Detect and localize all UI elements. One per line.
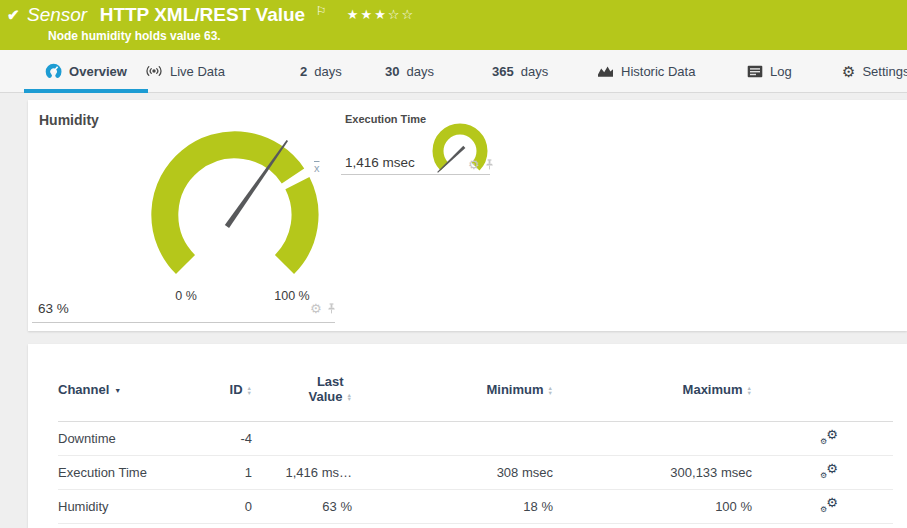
tab-log[interactable]: Log xyxy=(747,50,792,92)
execution-time-block-controls: ⚙ xyxy=(468,158,494,171)
channel-last-value: 1,416 ms… xyxy=(252,465,352,480)
table-row-humidity: Humidity 0 63 % 18 % 100 % ⚙⚙ xyxy=(58,490,893,524)
gauge-icon xyxy=(45,63,62,79)
tab-settings-label: Settings xyxy=(862,64,907,79)
average-marker: x xyxy=(314,162,320,174)
tab-2-days[interactable]: 2 days xyxy=(300,50,342,92)
humidity-gauge-arc xyxy=(165,145,293,265)
tab-log-label: Log xyxy=(770,64,792,79)
channel-id: -4 xyxy=(198,431,252,446)
execution-time-gauge-title: Execution Time xyxy=(345,113,426,125)
channel-maximum: 100 % xyxy=(553,499,752,514)
humidity-gauge xyxy=(135,119,335,299)
execution-time-pin-icon[interactable] xyxy=(485,159,494,170)
stars-empty[interactable]: ☆☆ xyxy=(388,7,415,22)
tab-30-days[interactable]: 30 days xyxy=(385,50,434,92)
channel-name[interactable]: Humidity xyxy=(58,499,198,514)
tab-live-data[interactable]: Live Data xyxy=(145,50,225,92)
tab-settings[interactable]: ⚙ Settings xyxy=(842,50,907,92)
sensor-title: HTTP XML/REST Value xyxy=(100,4,306,25)
log-icon xyxy=(747,65,763,78)
gauges-panel: Humidity x 0 % 100 % 63 % ⚙ Exec xyxy=(28,100,907,331)
table-row-downtime: Downtime -4 ⚙⚙ xyxy=(58,422,893,456)
tab-30-days-label: days xyxy=(406,64,433,79)
channels-table: Channel▼ ID▲▼ Last Value▲▼ Minimum▲▼ Max… xyxy=(28,344,907,524)
tab-overview-label: Overview xyxy=(69,64,127,79)
channel-settings-gears-icon[interactable]: ⚙⚙ xyxy=(820,463,838,479)
last-value-header-line1: Last xyxy=(317,375,344,390)
humidity-settings-gear-icon[interactable]: ⚙ xyxy=(310,302,322,315)
id-header-label: ID xyxy=(230,382,243,397)
sort-icon: ▲▼ xyxy=(747,386,752,395)
column-header-last-value[interactable]: Last Value▲▼ xyxy=(252,375,352,405)
channels-panel: Channel▼ ID▲▼ Last Value▲▼ Minimum▲▼ Max… xyxy=(28,344,907,528)
priority-stars[interactable]: ★★★☆☆ xyxy=(347,7,415,22)
tab-365-days-number: 365 xyxy=(492,64,514,79)
channel-settings-gears-icon[interactable]: ⚙⚙ xyxy=(820,497,838,513)
status-ok-check-icon: ✔ xyxy=(7,6,20,24)
maximum-header-label: Maximum xyxy=(683,382,743,397)
table-row-execution-time: Execution Time 1 1,416 ms… 308 msec 300,… xyxy=(58,456,893,490)
channel-last-value: 63 % xyxy=(252,499,352,514)
sensor-header: ✔ Sensor HTTP XML/REST Value ⚐ ★★★☆☆ Nod… xyxy=(0,0,907,50)
sensor-kind-label: Sensor xyxy=(27,4,87,25)
execution-time-settings-gear-icon[interactable]: ⚙ xyxy=(468,158,480,171)
tab-historic-data-label: Historic Data xyxy=(621,64,695,79)
channel-header-label: Channel xyxy=(58,382,109,397)
humidity-block-controls: ⚙ xyxy=(310,302,336,315)
broadcast-icon xyxy=(145,64,163,78)
flag-icon[interactable]: ⚐ xyxy=(316,4,327,18)
stars-filled[interactable]: ★★★ xyxy=(347,7,388,22)
sensor-status-message: Node humidity holds value 63. xyxy=(48,29,221,43)
tab-2-days-label: days xyxy=(314,64,341,79)
sort-desc-caret-icon: ▼ xyxy=(114,387,121,394)
channel-name[interactable]: Execution Time xyxy=(58,465,198,480)
column-header-channel[interactable]: Channel▼ xyxy=(58,382,198,397)
execution-time-current-value: 1,416 msec xyxy=(345,155,415,170)
channel-minimum: 18 % xyxy=(352,499,553,514)
column-header-minimum[interactable]: Minimum▲▼ xyxy=(352,382,553,397)
tab-overview[interactable]: Overview xyxy=(24,50,148,92)
last-value-header-line2: Value xyxy=(309,389,343,404)
prtg-sensor-page: ✔ Sensor HTTP XML/REST Value ⚐ ★★★☆☆ Nod… xyxy=(0,0,907,528)
channel-id: 0 xyxy=(198,499,252,514)
chart-icon xyxy=(597,64,614,78)
channel-maximum: 300,133 msec xyxy=(553,465,752,480)
tab-historic-data[interactable]: Historic Data xyxy=(597,50,695,92)
gear-icon: ⚙ xyxy=(842,64,855,79)
tab-30-days-number: 30 xyxy=(385,64,399,79)
active-tab-underline xyxy=(24,89,148,93)
execution-time-block-divider xyxy=(341,174,490,175)
humidity-gauge-arc-after-avg-notch xyxy=(285,183,306,264)
channel-name[interactable]: Downtime xyxy=(58,431,198,446)
humidity-gauge-title: Humidity xyxy=(39,112,99,128)
humidity-current-value: 63 % xyxy=(38,301,69,316)
tab-bar: Overview Live Data 2 days 30 days 365 da… xyxy=(0,50,907,93)
execution-time-gauge xyxy=(427,118,497,188)
channel-settings-gears-icon[interactable]: ⚙⚙ xyxy=(820,429,838,445)
column-header-maximum[interactable]: Maximum▲▼ xyxy=(553,382,752,397)
minimum-header-label: Minimum xyxy=(486,382,543,397)
tab-live-data-label: Live Data xyxy=(170,64,225,79)
column-header-id[interactable]: ID▲▼ xyxy=(198,382,252,397)
humidity-block-divider xyxy=(32,322,335,323)
channel-id: 1 xyxy=(198,465,252,480)
channel-minimum: 308 msec xyxy=(352,465,553,480)
tab-365-days-label: days xyxy=(521,64,548,79)
humidity-gauge-min-label: 0 % xyxy=(156,289,216,303)
tab-2-days-number: 2 xyxy=(300,64,307,79)
humidity-pin-icon[interactable] xyxy=(327,303,336,314)
table-header-row: Channel▼ ID▲▼ Last Value▲▼ Minimum▲▼ Max… xyxy=(58,344,893,422)
sensor-title-line: Sensor HTTP XML/REST Value ⚐ ★★★☆☆ xyxy=(27,4,415,26)
tab-365-days[interactable]: 365 days xyxy=(492,50,548,92)
